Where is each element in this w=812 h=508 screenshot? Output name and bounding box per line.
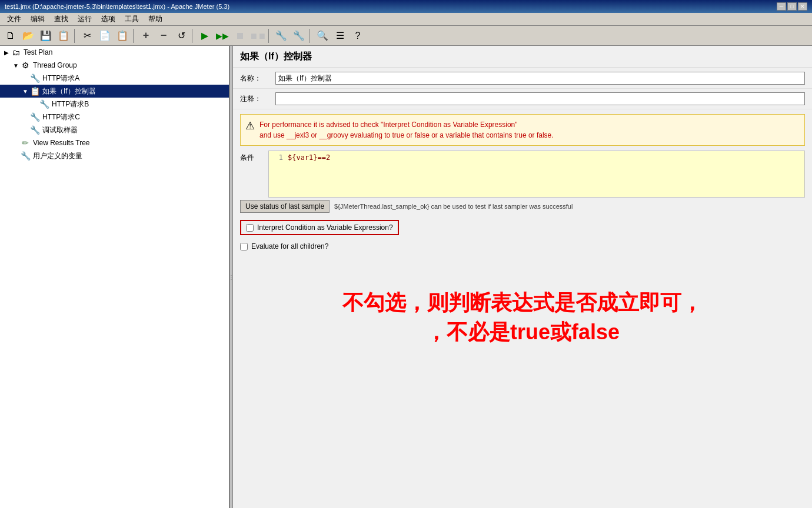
comment-row: 注释： <box>233 89 812 109</box>
test-plan-icon: 🗂 <box>11 47 21 58</box>
save-as-button[interactable]: 📋 <box>55 28 72 44</box>
warning-text: For performance it is advised to check "… <box>259 119 554 141</box>
window-controls: ─ □ ✕ <box>777 2 807 11</box>
remove-button[interactable]: − <box>155 28 172 44</box>
if-controller-label: 如果（If）控制器 <box>42 86 96 96</box>
menu-edit[interactable]: 编辑 <box>26 13 49 25</box>
condition-label: 条件 <box>240 151 268 198</box>
cut-button[interactable]: ✂ <box>79 28 95 44</box>
content-panel: 如果（If）控制器 名称： 注释： ⚠ For performance it i… <box>233 46 812 508</box>
last-sample-info: ${JMeterThread.last_sample_ok} can be us… <box>334 203 573 210</box>
shutdown-button[interactable]: ⏹⏹ <box>249 28 266 44</box>
http-a-label: HTTP请求A <box>42 73 79 83</box>
menu-help[interactable]: 帮助 <box>144 13 167 25</box>
separator-3 <box>192 29 194 43</box>
sidebar-item-http-c[interactable]: 🔧 HTTP请求C <box>0 111 229 123</box>
sidebar-item-user-vars[interactable]: 🔧 用户定义的变量 <box>0 149 229 162</box>
save-button[interactable]: 💾 <box>38 28 54 44</box>
evaluate-checkbox-row: Evaluate for all children? <box>233 240 812 253</box>
annotation-line1: 不勾选，则判断表达式是否成立即可， <box>245 288 800 317</box>
arrow-test-plan: ▶ <box>2 49 11 56</box>
sidebar-item-http-a[interactable]: 🔧 HTTP请求A <box>0 72 229 85</box>
new-button[interactable]: 🗋 <box>2 28 19 44</box>
comment-label: 注释： <box>240 94 275 104</box>
menu-search[interactable]: 查找 <box>49 13 73 25</box>
http-b-icon: 🔧 <box>39 99 49 109</box>
menu-bar: 文件 编辑 查找 运行 选项 工具 帮助 <box>0 13 812 26</box>
help-button[interactable]: ? <box>350 28 366 44</box>
interpret-checkbox-row: Interpret Condition as Variable Expressi… <box>246 223 393 232</box>
warning-line2: and use __jexl3 or __groovy evaluating t… <box>259 130 554 141</box>
menu-tools[interactable]: 工具 <box>120 13 144 25</box>
condition-area: 条件 1 ${var1}==2 <box>240 151 805 198</box>
name-label: 名称： <box>240 73 275 83</box>
interpret-condition-section: Interpret Condition as Variable Expressi… <box>240 220 399 235</box>
stop-button[interactable]: ⏹ <box>232 28 248 44</box>
close-button[interactable]: ✕ <box>798 2 807 11</box>
sidebar-item-test-plan[interactable]: ▶ 🗂 Test Plan <box>0 46 229 59</box>
code-line-1: 1 ${var1}==2 <box>271 153 802 162</box>
annotation-text: 不勾选，则判断表达式是否成立即可， ，不必是true或false <box>245 288 800 347</box>
separator-1 <box>74 29 76 43</box>
menu-run[interactable]: 运行 <box>73 13 96 25</box>
thread-group-icon: ⚙ <box>20 60 31 71</box>
thread-group-label: Thread Group <box>33 61 77 69</box>
comment-input[interactable] <box>275 92 805 105</box>
http-b-label: HTTP请求B <box>52 99 89 109</box>
warning-icon: ⚠ <box>245 119 255 132</box>
condition-code: ${var1}==2 <box>288 153 330 162</box>
warning-line1: For performance it is advised to check "… <box>259 119 554 130</box>
open-button[interactable]: 📂 <box>20 28 36 44</box>
separator-4 <box>268 29 271 43</box>
toolbar: 🗋 📂 💾 📋 ✂ 📄 📋 + − ↺ ▶ ▶▶ ⏹ ⏹⏹ 🔧 🔧 🔍 ☰ ? <box>0 26 812 46</box>
if-controller-icon: 📋 <box>29 86 40 96</box>
paste-button[interactable]: 📋 <box>114 28 131 44</box>
debug-sampler-icon: 🔧 <box>29 125 40 135</box>
panel-title: 如果（If）控制器 <box>233 46 812 68</box>
maximize-button[interactable]: □ <box>787 2 797 11</box>
clear-button[interactable]: 🔧 <box>273 28 289 44</box>
arrow-thread-group: ▼ <box>12 62 20 69</box>
http-c-icon: 🔧 <box>29 112 40 122</box>
sidebar-item-if-controller[interactable]: ▼ 📋 如果（If）控制器 <box>0 85 229 98</box>
main-container: ▶ 🗂 Test Plan ▼ ⚙ Thread Group 🔧 HTTP请求A… <box>0 46 812 508</box>
reset-button[interactable]: ↺ <box>173 28 189 44</box>
log-button[interactable]: ☰ <box>332 28 348 44</box>
start-button[interactable]: ▶ <box>197 28 213 44</box>
menu-options[interactable]: 选项 <box>96 13 120 25</box>
panel-title-text: 如果（If）控制器 <box>240 51 312 61</box>
interpret-condition-label: Interpret Condition as Variable Expressi… <box>257 223 393 232</box>
sidebar-item-http-b[interactable]: 🔧 HTTP请求B <box>0 98 229 111</box>
last-sample-button[interactable]: Use status of last sample <box>240 200 330 213</box>
http-c-label: HTTP请求C <box>42 112 80 122</box>
annotation-line2: ，不必是true或false <box>245 317 800 347</box>
arrow-if: ▼ <box>21 88 29 95</box>
window-title: test1.jmx (D:\apache-jmeter-5.3\bin\temp… <box>5 3 777 10</box>
start-no-pause-button[interactable]: ▶▶ <box>214 28 231 44</box>
name-input[interactable] <box>275 72 805 85</box>
test-plan-label: Test Plan <box>24 48 52 56</box>
line-number: 1 <box>271 153 283 162</box>
minimize-button[interactable]: ─ <box>777 2 786 11</box>
copy-button[interactable]: 📄 <box>96 28 113 44</box>
search-button[interactable]: 🔍 <box>314 28 331 44</box>
sidebar-item-view-results-tree[interactable]: ✏ View Results Tree <box>0 136 229 149</box>
warning-box: ⚠ For performance it is advised to check… <box>240 114 805 146</box>
sidebar-item-debug-sampler[interactable]: 🔧 调试取样器 <box>0 123 229 136</box>
user-vars-icon: 🔧 <box>20 151 31 161</box>
condition-editor[interactable]: 1 ${var1}==2 <box>268 151 805 198</box>
last-sample-row: Use status of last sample ${JMeterThread… <box>240 200 805 213</box>
sidebar-item-thread-group[interactable]: ▼ ⚙ Thread Group <box>0 59 229 72</box>
separator-5 <box>310 29 312 43</box>
interpret-condition-checkbox[interactable] <box>246 224 254 232</box>
menu-file[interactable]: 文件 <box>2 13 26 25</box>
clear-all-button[interactable]: 🔧 <box>291 28 307 44</box>
evaluate-children-checkbox[interactable] <box>240 243 248 250</box>
debug-sampler-label: 调试取样器 <box>42 125 78 135</box>
add-button[interactable]: + <box>138 28 154 44</box>
sidebar-tree: ▶ 🗂 Test Plan ▼ ⚙ Thread Group 🔧 HTTP请求A… <box>0 46 229 508</box>
name-row: 名称： <box>233 68 812 89</box>
evaluate-children-label: Evaluate for all children? <box>251 242 328 250</box>
separator-2 <box>133 29 135 43</box>
title-bar: test1.jmx (D:\apache-jmeter-5.3\bin\temp… <box>0 0 812 13</box>
